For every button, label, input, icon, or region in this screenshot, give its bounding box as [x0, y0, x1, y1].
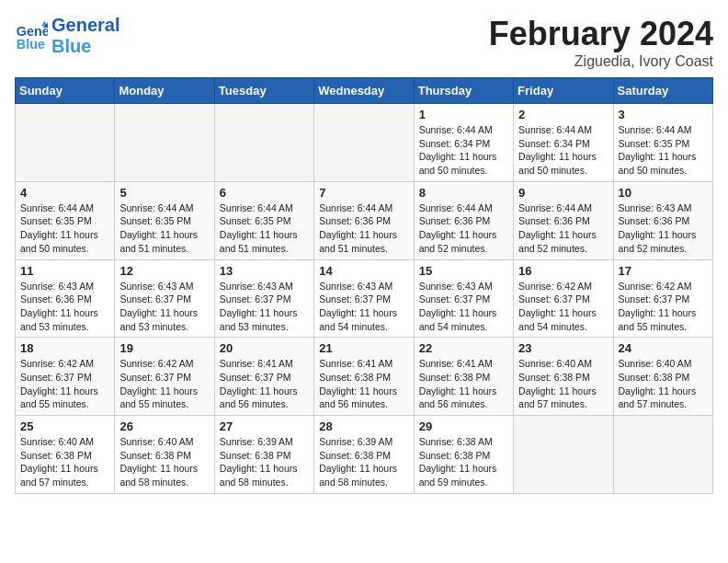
day-number: 10 [619, 186, 708, 200]
day-info: Sunrise: 6:43 AMSunset: 6:36 PMDaylight:… [20, 280, 109, 334]
calendar-cell: 24Sunrise: 6:40 AMSunset: 6:38 PMDayligh… [613, 338, 712, 416]
calendar-week-row: 18Sunrise: 6:42 AMSunset: 6:37 PMDayligh… [16, 338, 713, 416]
day-info: Sunrise: 6:41 AMSunset: 6:38 PMDaylight:… [319, 357, 408, 411]
calendar-week-row: 1Sunrise: 6:44 AMSunset: 6:34 PMDaylight… [16, 104, 713, 182]
calendar-cell: 9Sunrise: 6:44 AMSunset: 6:36 PMDaylight… [514, 181, 613, 259]
calendar-cell: 26Sunrise: 6:40 AMSunset: 6:38 PMDayligh… [115, 416, 214, 494]
day-number: 20 [220, 341, 309, 355]
calendar-cell: 28Sunrise: 6:39 AMSunset: 6:38 PMDayligh… [314, 416, 414, 494]
calendar-cell: 21Sunrise: 6:41 AMSunset: 6:38 PMDayligh… [314, 338, 414, 416]
day-number: 25 [20, 419, 109, 433]
calendar-cell [16, 104, 115, 182]
calendar-cell: 14Sunrise: 6:43 AMSunset: 6:37 PMDayligh… [314, 259, 414, 338]
day-number: 18 [20, 341, 109, 355]
day-info: Sunrise: 6:44 AMSunset: 6:35 PMDaylight:… [119, 201, 209, 256]
day-info: Sunrise: 6:44 AMSunset: 6:34 PMDaylight:… [518, 123, 608, 178]
day-info: Sunrise: 6:42 AMSunset: 6:37 PMDaylight:… [619, 280, 708, 334]
day-info: Sunrise: 6:44 AMSunset: 6:35 PMDaylight:… [619, 123, 708, 178]
calendar-cell: 15Sunrise: 6:43 AMSunset: 6:37 PMDayligh… [414, 259, 513, 338]
calendar-cell: 12Sunrise: 6:43 AMSunset: 6:37 PMDayligh… [115, 259, 214, 338]
day-number: 3 [619, 108, 708, 121]
weekday-header-friday: Friday [514, 78, 613, 104]
day-info: Sunrise: 6:42 AMSunset: 6:37 PMDaylight:… [518, 280, 608, 334]
calendar-cell: 7Sunrise: 6:44 AMSunset: 6:36 PMDaylight… [314, 181, 414, 259]
calendar-cell: 6Sunrise: 6:44 AMSunset: 6:35 PMDaylight… [214, 181, 313, 259]
weekday-header-wednesday: Wednesday [314, 78, 414, 104]
calendar-cell: 23Sunrise: 6:40 AMSunset: 6:38 PMDayligh… [514, 338, 613, 416]
day-info: Sunrise: 6:43 AMSunset: 6:37 PMDaylight:… [419, 280, 508, 334]
day-number: 5 [119, 186, 209, 200]
weekday-header-saturday: Saturday [613, 78, 712, 104]
day-number: 4 [20, 186, 109, 200]
day-info: Sunrise: 6:38 AMSunset: 6:38 PMDaylight:… [419, 435, 508, 489]
day-number: 24 [619, 341, 708, 355]
day-number: 6 [220, 186, 309, 200]
calendar-cell: 29Sunrise: 6:38 AMSunset: 6:38 PMDayligh… [414, 416, 513, 494]
day-number: 13 [220, 264, 309, 278]
day-number: 19 [119, 341, 209, 355]
day-number: 26 [119, 419, 209, 433]
calendar-cell: 17Sunrise: 6:42 AMSunset: 6:37 PMDayligh… [613, 259, 712, 338]
day-number: 7 [319, 186, 408, 200]
day-info: Sunrise: 6:41 AMSunset: 6:37 PMDaylight:… [220, 357, 309, 411]
weekday-header-sunday: Sunday [16, 78, 115, 104]
day-number: 14 [319, 264, 408, 278]
calendar-cell: 8Sunrise: 6:44 AMSunset: 6:36 PMDaylight… [414, 181, 513, 259]
day-info: Sunrise: 6:43 AMSunset: 6:37 PMDaylight:… [119, 280, 209, 334]
calendar-cell: 2Sunrise: 6:44 AMSunset: 6:34 PMDaylight… [514, 104, 613, 182]
day-number: 17 [619, 264, 708, 278]
day-info: Sunrise: 6:40 AMSunset: 6:38 PMDaylight:… [619, 357, 708, 411]
day-info: Sunrise: 6:40 AMSunset: 6:38 PMDaylight:… [518, 357, 608, 411]
calendar-cell: 19Sunrise: 6:42 AMSunset: 6:37 PMDayligh… [115, 338, 214, 416]
calendar-cell: 27Sunrise: 6:39 AMSunset: 6:38 PMDayligh… [214, 416, 313, 494]
day-info: Sunrise: 6:43 AMSunset: 6:37 PMDaylight:… [319, 280, 408, 334]
calendar-table: SundayMondayTuesdayWednesdayThursdayFrid… [15, 77, 713, 494]
calendar-cell: 10Sunrise: 6:43 AMSunset: 6:36 PMDayligh… [613, 181, 712, 259]
calendar-cell: 16Sunrise: 6:42 AMSunset: 6:37 PMDayligh… [514, 259, 613, 338]
day-number: 8 [419, 186, 508, 200]
day-info: Sunrise: 6:43 AMSunset: 6:37 PMDaylight:… [220, 280, 309, 334]
calendar-week-row: 4Sunrise: 6:44 AMSunset: 6:35 PMDaylight… [16, 181, 713, 259]
calendar-cell [613, 416, 712, 494]
calendar-cell: 22Sunrise: 6:41 AMSunset: 6:38 PMDayligh… [414, 338, 513, 416]
day-number: 22 [419, 341, 508, 355]
day-info: Sunrise: 6:40 AMSunset: 6:38 PMDaylight:… [20, 435, 109, 489]
day-info: Sunrise: 6:39 AMSunset: 6:38 PMDaylight:… [319, 435, 408, 489]
calendar-cell [314, 104, 414, 182]
day-number: 23 [518, 341, 608, 355]
day-number: 27 [220, 419, 309, 433]
title-block: February 2024 Ziguedia, Ivory Coast [489, 15, 713, 70]
calendar-cell [214, 104, 313, 182]
day-number: 9 [518, 186, 608, 200]
page-header: General Blue General Blue February 2024 … [15, 15, 713, 70]
logo: General Blue General Blue [15, 15, 119, 57]
logo-text-general: General [51, 15, 119, 36]
day-number: 12 [119, 264, 209, 278]
calendar-cell: 25Sunrise: 6:40 AMSunset: 6:38 PMDayligh… [16, 416, 115, 494]
calendar-week-row: 11Sunrise: 6:43 AMSunset: 6:36 PMDayligh… [16, 259, 713, 338]
day-number: 21 [319, 341, 408, 355]
day-info: Sunrise: 6:41 AMSunset: 6:38 PMDaylight:… [419, 357, 508, 411]
day-info: Sunrise: 6:44 AMSunset: 6:36 PMDaylight:… [518, 201, 608, 256]
calendar-week-row: 25Sunrise: 6:40 AMSunset: 6:38 PMDayligh… [16, 416, 713, 494]
calendar-subtitle: Ziguedia, Ivory Coast [489, 53, 713, 70]
calendar-cell: 4Sunrise: 6:44 AMSunset: 6:35 PMDaylight… [16, 181, 115, 259]
day-number: 29 [419, 419, 508, 433]
logo-icon: General Blue [15, 19, 48, 52]
calendar-title: February 2024 [489, 15, 713, 53]
day-info: Sunrise: 6:43 AMSunset: 6:36 PMDaylight:… [619, 201, 708, 256]
day-info: Sunrise: 6:39 AMSunset: 6:38 PMDaylight:… [220, 435, 309, 489]
calendar-cell: 1Sunrise: 6:44 AMSunset: 6:34 PMDaylight… [414, 104, 513, 182]
day-info: Sunrise: 6:44 AMSunset: 6:36 PMDaylight:… [419, 201, 508, 256]
calendar-cell: 13Sunrise: 6:43 AMSunset: 6:37 PMDayligh… [214, 259, 313, 338]
day-number: 15 [419, 264, 508, 278]
calendar-cell [514, 416, 613, 494]
day-number: 28 [319, 419, 408, 433]
day-info: Sunrise: 6:44 AMSunset: 6:36 PMDaylight:… [319, 201, 408, 256]
calendar-cell: 5Sunrise: 6:44 AMSunset: 6:35 PMDaylight… [115, 181, 214, 259]
logo-text-blue: Blue [51, 36, 119, 57]
calendar-cell: 18Sunrise: 6:42 AMSunset: 6:37 PMDayligh… [16, 338, 115, 416]
weekday-header-thursday: Thursday [414, 78, 513, 104]
calendar-cell [115, 104, 214, 182]
day-number: 16 [518, 264, 608, 278]
